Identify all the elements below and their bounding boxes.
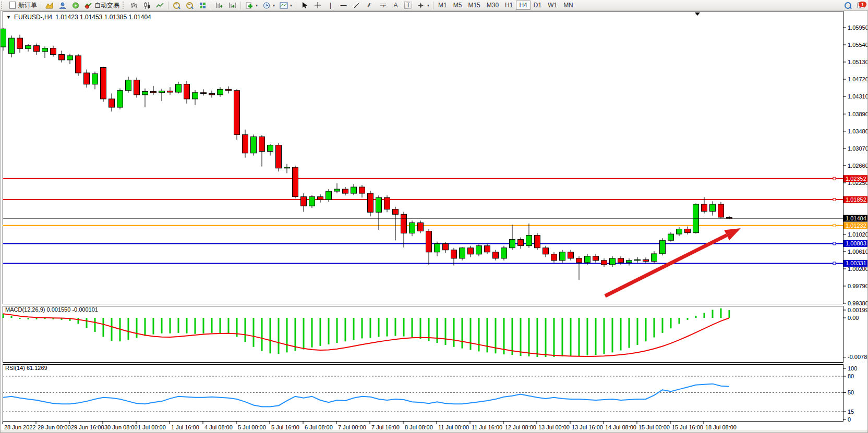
zoom-in-button[interactable]: + bbox=[170, 1, 183, 10]
price-chart[interactable]: 1.059501.055401.051301.047201.043101.038… bbox=[0, 10, 868, 433]
chevron-down-icon: ▾ bbox=[273, 3, 275, 8]
timeframe-m5-button[interactable]: M5 bbox=[450, 1, 465, 10]
autotrading-button[interactable]: 自动交易 bbox=[82, 1, 122, 10]
price-axis-label: 1.02660 bbox=[848, 163, 868, 169]
line-handle[interactable] bbox=[833, 262, 836, 265]
price-axis-label: 0.99790 bbox=[848, 283, 868, 289]
collapse-icon[interactable]: ▼ bbox=[6, 15, 11, 20]
periods-icon bbox=[262, 2, 271, 9]
price-axis-label: 0.99380 bbox=[848, 300, 868, 306]
candlestick bbox=[234, 89, 240, 140]
search-button[interactable] bbox=[841, 1, 854, 10]
price-tag-label: 1.00803 bbox=[846, 240, 866, 246]
timeframe-h4-button[interactable]: H4 bbox=[516, 1, 530, 10]
macd-axis-label: -0.00785 bbox=[848, 354, 868, 360]
equidistant-channel-icon: //E bbox=[365, 2, 374, 9]
price-axis-label: 1.01020 bbox=[848, 231, 868, 238]
timeframe-h1-button[interactable]: H1 bbox=[502, 1, 516, 10]
timeframe-d1-button[interactable]: D1 bbox=[531, 1, 545, 10]
candlestick bbox=[309, 195, 315, 208]
zoom-out-icon: − bbox=[185, 2, 194, 9]
price-axis-label: 1.03890 bbox=[848, 111, 868, 117]
chart-symbol-period: EURUSD-,H4 bbox=[14, 14, 52, 21]
new-order-button[interactable]: 新订单 bbox=[6, 1, 39, 10]
line-chart-icon bbox=[155, 2, 164, 9]
autotrading-label: 自动交易 bbox=[94, 1, 119, 10]
autotrading-icon bbox=[84, 2, 93, 9]
toolbar-grip[interactable] bbox=[1, 2, 5, 9]
bar-chart-button[interactable] bbox=[127, 1, 140, 10]
line-handle[interactable] bbox=[833, 198, 836, 201]
templates-button[interactable]: ▾ bbox=[277, 1, 294, 10]
window-bottom-strip bbox=[1, 430, 867, 432]
trendline-icon bbox=[352, 2, 361, 9]
autoscroll-icon bbox=[215, 2, 224, 9]
chart-shift-icon bbox=[228, 2, 237, 9]
price-axis-label: 1.03480 bbox=[848, 128, 868, 134]
price-axis-label: 1.05950 bbox=[848, 24, 868, 31]
cursor-icon bbox=[300, 2, 309, 9]
candlestick bbox=[660, 238, 666, 255]
cursor-tool-button[interactable] bbox=[298, 1, 311, 10]
chevron-down-icon: ▾ bbox=[427, 3, 429, 8]
timeframe-w1-button[interactable]: W1 bbox=[545, 1, 560, 10]
line-handle[interactable] bbox=[833, 177, 836, 180]
vertical-line-tool-button[interactable]: | bbox=[324, 1, 337, 10]
text-label-tool-button[interactable]: T bbox=[402, 1, 414, 10]
crosshair-tool-button[interactable] bbox=[311, 1, 324, 10]
document-icon bbox=[8, 2, 17, 9]
rsi-indicator-label: RSI(14) 61.1269 bbox=[5, 365, 47, 371]
candlestick bbox=[535, 233, 540, 250]
zoom-in-icon: + bbox=[172, 2, 181, 9]
notifications-button[interactable]: 1 bbox=[854, 1, 868, 10]
line-handle[interactable] bbox=[833, 224, 836, 227]
candlestick-chart-button[interactable] bbox=[140, 1, 153, 10]
toolbar-separator bbox=[296, 2, 296, 9]
line-chart-button[interactable] bbox=[153, 1, 166, 10]
zoom-out-button[interactable]: − bbox=[183, 1, 196, 10]
equidistant-channel-tool-button[interactable]: //E bbox=[363, 1, 376, 10]
text-tool-button[interactable]: A bbox=[389, 1, 402, 10]
candlestick bbox=[101, 67, 106, 102]
price-axis-label: 1.04310 bbox=[848, 93, 868, 100]
current-price-tag-label: 1.01404 bbox=[846, 215, 866, 221]
toolbar-grip[interactable] bbox=[123, 2, 126, 9]
candlestick bbox=[560, 250, 565, 263]
main-toolbar: 新订单 自动交易 + bbox=[0, 0, 868, 11]
sound-button[interactable] bbox=[69, 1, 82, 10]
sound-icon bbox=[71, 2, 80, 9]
timeframe-m15-button[interactable]: M15 bbox=[465, 1, 483, 10]
arrows-tool-button[interactable]: ▾ bbox=[414, 1, 431, 10]
main-panel bbox=[3, 11, 843, 304]
fibonacci-icon: F bbox=[378, 2, 387, 9]
periods-button[interactable]: ▾ bbox=[260, 1, 277, 10]
price-tag-label: 1.01852 bbox=[846, 196, 866, 203]
indicators-button[interactable]: ▾ bbox=[243, 1, 260, 10]
candlestick bbox=[326, 189, 332, 202]
horizontal-line-tool-button[interactable]: — bbox=[337, 1, 350, 10]
profile-icon bbox=[58, 2, 67, 9]
timeframe-mn-button[interactable]: MN bbox=[560, 1, 576, 10]
price-tag-label: 1.01232 bbox=[846, 222, 866, 229]
rsi-axis-label: 50 bbox=[848, 389, 854, 395]
arrows-icon bbox=[416, 2, 425, 9]
rsi-axis-label: 100 bbox=[848, 365, 857, 372]
trendline-tool-button[interactable] bbox=[350, 1, 363, 10]
timeframe-m30-button[interactable]: M30 bbox=[484, 1, 502, 10]
chart-shift-button[interactable] bbox=[226, 1, 239, 10]
charts-button[interactable] bbox=[43, 1, 56, 10]
indicators-icon bbox=[245, 2, 254, 9]
chevron-down-icon: ▾ bbox=[256, 3, 258, 8]
tile-windows-button[interactable] bbox=[196, 1, 209, 10]
line-handle[interactable] bbox=[833, 242, 836, 245]
chevron-down-icon: ▾ bbox=[290, 3, 292, 8]
price-axis-label: 1.05540 bbox=[848, 42, 868, 48]
profile-button[interactable] bbox=[56, 1, 69, 10]
horizontal-line-icon: — bbox=[339, 2, 348, 9]
chart-quotes: 1.01423 1.01453 1.01385 1.01404 bbox=[55, 14, 151, 21]
autoscroll-button[interactable] bbox=[213, 1, 226, 10]
chart-window: 1.059501.055401.051301.047201.043101.038… bbox=[0, 10, 868, 433]
timeframe-m1-button[interactable]: M1 bbox=[435, 1, 450, 10]
tile-windows-icon bbox=[198, 2, 207, 9]
fibonacci-tool-button[interactable]: F bbox=[376, 1, 389, 10]
